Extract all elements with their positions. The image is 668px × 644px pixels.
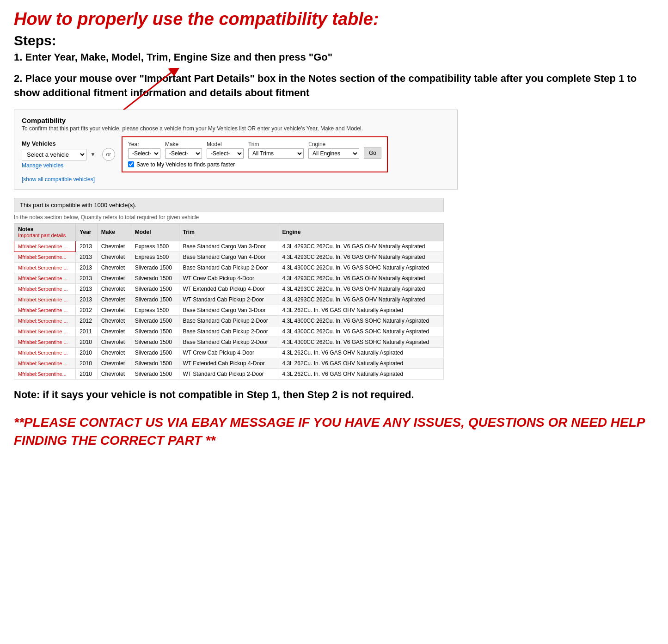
compat-section-title: Compatibility [22,117,450,124]
cell-year: 2010 [76,348,98,358]
cell-trim: Base Standard Cab Pickup 2-Door [179,263,278,273]
cell-year: 2013 [76,241,98,252]
cell-trim: WT Extended Cab Pickup 4-Door [179,284,278,294]
cell-notes: Mfrlabel:Serpentine ... [14,273,76,284]
year-label: Year [128,141,160,147]
cell-notes: Mfrlabel:Serpentine ... [14,337,76,348]
year-make-form: Year -Select- Make -Select- Model [122,136,388,172]
cell-model: Silverado 1500 [131,358,179,369]
cell-engine: 4.3L 4300CC 262Cu. In. V6 GAS SOHC Natur… [278,316,444,326]
cell-make: Chevrolet [97,241,131,252]
year-field: Year -Select- [128,141,160,159]
cell-make: Chevrolet [97,305,131,316]
year-select[interactable]: -Select- [128,148,160,159]
cell-model: Silverado 1500 [131,369,179,380]
cell-notes: Mfrlabel:Serpentine ... [14,294,76,305]
cell-year: 2013 [76,263,98,273]
cell-model: Silverado 1500 [131,348,179,358]
cell-model: Express 1500 [131,305,179,316]
cell-model: Silverado 1500 [131,326,179,337]
make-select[interactable]: -Select- [165,148,202,159]
cell-year: 2013 [76,284,98,294]
cell-notes: Mfrlabel:Serpentine ... [14,284,76,294]
cell-engine: 4.3L 4300CC 262Cu. In. V6 GAS SOHC Natur… [278,337,444,348]
steps-title: Steps: [14,33,654,49]
cell-trim: WT Standard Cab Pickup 2-Door [179,369,278,380]
my-vehicles-section: My Vehicles Select a vehicle ▼ Manage ve… [22,140,96,169]
table-row: Mfrlabel:Serpentine ... 2013 Chevrolet S… [14,284,444,294]
cell-trim: WT Crew Cab Pickup 4-Door [179,348,278,358]
save-checkbox-label: Save to My Vehicles to finds parts faste… [136,161,235,168]
cell-notes: Mfrlabel:Serpentine ... [14,263,76,273]
compatible-count-text: This part is compatible with 1000 vehicl… [20,202,136,209]
engine-field: Engine All Engines [308,141,359,159]
table-row: Mfrlabel:Serpentine ... 2010 Chevrolet S… [14,337,444,348]
table-row: Mfrlabel:Serpentine... 2010 Chevrolet Si… [14,369,444,380]
note-text: Note: if it says your vehicle is not com… [14,388,654,402]
manage-vehicles-link[interactable]: Manage vehicles [22,162,96,169]
make-label: Make [165,141,202,147]
model-label: Model [207,141,244,147]
col-make: Make [97,223,131,241]
compatibility-table: Notes Important part details Year Make M… [14,223,444,380]
cell-notes: Mfrlabel:Serpentine... [14,369,76,380]
cell-engine: 4.3L 4293CC 262Cu. In. V6 GAS OHV Natura… [278,294,444,305]
or-divider: or [102,148,115,161]
trim-select[interactable]: All Trims [248,148,304,159]
compatibility-box: Compatibility To confirm that this part … [14,110,458,190]
cell-notes: Mfrlabel:Serpentine ... [14,358,76,369]
cell-make: Chevrolet [97,252,131,263]
engine-select[interactable]: All Engines [308,148,359,159]
cell-trim: WT Crew Cab Pickup 4-Door [179,273,278,284]
cell-engine: 4.3L 262Cu. In. V6 GAS OHV Naturally Asp… [278,305,444,316]
cell-notes: Mfrlabel:Serpentine ... [14,305,76,316]
table-header-row: Notes Important part details Year Make M… [14,223,444,241]
cell-trim: Base Standard Cab Pickup 2-Door [179,316,278,326]
cell-engine: 4.3L 4293CC 262Cu. In. V6 GAS OHV Natura… [278,241,444,252]
cell-model: Silverado 1500 [131,263,179,273]
dropdown-arrow-icon: ▼ [90,151,96,158]
cell-trim: Base Standard Cargo Van 3-Door [179,241,278,252]
cell-make: Chevrolet [97,273,131,284]
trim-field: Trim All Trims [248,141,304,159]
cell-model: Express 1500 [131,252,179,263]
cell-year: 2010 [76,358,98,369]
cell-engine: 4.3L 4293CC 262Cu. In. V6 GAS OHV Natura… [278,252,444,263]
cell-make: Chevrolet [97,358,131,369]
cell-year: 2011 [76,326,98,337]
cell-notes: Mfrlabel:Serpentine ... [14,348,76,358]
cell-notes: Mfrlabel:Serpentine... [14,252,76,263]
cell-trim: Base Standard Cargo Van 4-Door [179,252,278,263]
make-field: Make -Select- [165,141,202,159]
cell-engine: 4.3L 262Cu. In. V6 GAS OHV Naturally Asp… [278,348,444,358]
cell-trim: Base Standard Cargo Van 3-Door [179,305,278,316]
cell-year: 2010 [76,369,98,380]
cell-model: Silverado 1500 [131,294,179,305]
cell-make: Chevrolet [97,326,131,337]
save-checkbox[interactable] [128,161,134,167]
cell-make: Chevrolet [97,337,131,348]
table-row: Mfrlabel:Serpentine ... 2010 Chevrolet S… [14,358,444,369]
step2-text: 2. Place your mouse over "Important Part… [14,72,654,100]
cell-model: Express 1500 [131,241,179,252]
my-vehicles-label: My Vehicles [22,140,96,147]
select-vehicle-dropdown[interactable]: Select a vehicle [22,149,86,160]
table-row: Mfrlabel:Serpentine ... 2013 Chevrolet S… [14,273,444,284]
compat-subtitle: To confirm that this part fits your vehi… [22,125,450,132]
table-row: Mfrlabel:Serpentine ... 2011 Chevrolet S… [14,326,444,337]
model-select[interactable]: -Select- [207,148,244,159]
col-trim: Trim [179,223,278,241]
cell-year: 2013 [76,294,98,305]
cell-year: 2013 [76,252,98,263]
col-notes: Notes Important part details [14,223,76,241]
table-row: Mfrlabel:Serpentine ... 2012 Chevrolet E… [14,305,444,316]
table-row: Mfrlabel:Serpentine ... 2012 Chevrolet S… [14,316,444,326]
show-all-link[interactable]: [show all compatible vehicles] [22,176,450,183]
cell-trim: Base Standard Cab Pickup 2-Door [179,337,278,348]
cell-engine: 4.3L 4300CC 262Cu. In. V6 GAS SOHC Natur… [278,326,444,337]
go-button[interactable]: Go [364,147,381,159]
table-row: Mfrlabel:Serpentine ... 2013 Chevrolet E… [14,241,444,252]
col-engine: Engine [278,223,444,241]
cell-year: 2012 [76,305,98,316]
cell-make: Chevrolet [97,284,131,294]
